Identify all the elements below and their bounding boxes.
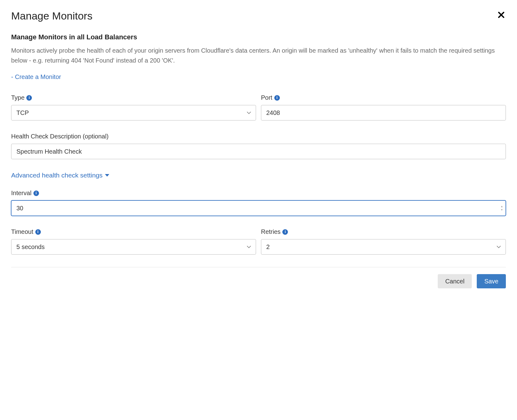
description-input[interactable] [11, 144, 506, 159]
port-input[interactable] [261, 105, 506, 120]
advanced-settings-label: Advanced health check settings [11, 172, 102, 179]
step-up-icon[interactable]: ▲ [500, 205, 503, 208]
info-icon[interactable]: i [282, 229, 288, 235]
timeout-select[interactable] [11, 239, 256, 255]
create-monitor-link[interactable]: - Create a Monitor [11, 73, 61, 81]
number-stepper[interactable]: ▲ ▼ [500, 205, 503, 212]
section-description: Monitors actively probe the health of ea… [11, 46, 506, 65]
type-select[interactable] [11, 105, 256, 120]
interval-input[interactable] [11, 200, 506, 216]
port-label: Port [261, 94, 272, 101]
interval-label: Interval [11, 190, 32, 197]
description-label: Health Check Description (optional) [11, 133, 109, 140]
info-icon[interactable]: i [274, 95, 280, 101]
timeout-label: Timeout [11, 228, 33, 235]
caret-down-icon [105, 174, 109, 177]
step-down-icon[interactable]: ▼ [500, 208, 503, 212]
close-icon[interactable] [497, 10, 506, 21]
info-icon[interactable]: i [26, 95, 32, 101]
advanced-settings-toggle[interactable]: Advanced health check settings [11, 172, 109, 179]
section-subtitle: Manage Monitors in all Load Balancers [11, 33, 506, 41]
type-label: Type [11, 94, 24, 101]
page-title: Manage Monitors [11, 10, 93, 22]
save-button[interactable]: Save [477, 274, 506, 288]
info-icon[interactable]: i [35, 229, 41, 235]
info-icon[interactable]: i [33, 190, 39, 196]
retries-select[interactable] [261, 239, 506, 255]
cancel-button[interactable]: Cancel [438, 274, 472, 288]
retries-label: Retries [261, 228, 280, 235]
